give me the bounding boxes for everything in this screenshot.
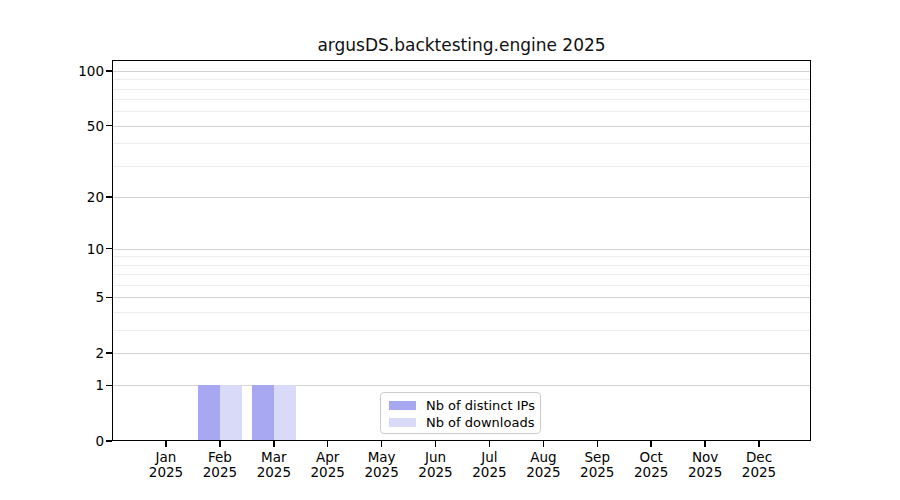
x-axis-tick-may [381,441,382,447]
gridline-minor-30 [113,166,810,167]
y-axis-tick-2 [106,352,112,353]
gridline-50 [113,126,810,127]
bar-downloads-feb [220,385,242,440]
x-axis-tick-mar [273,441,274,447]
y-axis-tick-5 [106,297,112,298]
legend-swatch-distinct-ips [389,401,416,410]
x-axis-tick-apr [327,441,328,447]
y-axis-tick-label-20: 20 [22,189,104,205]
gridline-minor-8 [113,265,810,266]
legend-item-distinct-ips: Nb of distinct IPs [389,397,540,414]
x-axis-tick-nov [704,441,705,447]
x-axis-tick-jan [165,441,166,447]
y-axis-tick-1 [106,385,112,386]
year-label: 2025 [727,465,791,480]
gridline-100 [113,71,810,72]
y-axis-tick-label-1: 1 [22,377,104,393]
y-axis-tick-0 [106,440,112,441]
chart-title: argusDS.backtesting.engine 2025 [112,35,811,55]
bar-distinct-ips-feb [198,385,220,440]
legend: Nb of distinct IPs Nb of downloads [380,392,541,434]
legend-item-downloads: Nb of downloads [389,414,540,431]
gridline-20 [113,197,810,198]
y-axis-tick-label-10: 10 [22,241,104,257]
gridline-2 [113,353,810,354]
plot-area: Nb of distinct IPs Nb of downloads [112,60,811,441]
y-axis-tick-50 [106,125,112,126]
legend-swatch-downloads [389,418,416,427]
y-axis-tick-20 [106,196,112,197]
gridline-minor-40 [113,143,810,144]
x-axis-label-dec: Dec2025 [727,450,791,480]
y-axis-tick-label-100: 100 [22,63,104,79]
x-axis-tick-sep [597,441,598,447]
y-axis-tick-label-2: 2 [22,345,104,361]
y-axis-tick-label-5: 5 [22,289,104,305]
gridline-5 [113,297,810,298]
gridline-minor-70 [113,99,810,100]
y-axis-tick-10 [106,248,112,249]
gridline-minor-90 [113,79,810,80]
month-label: Dec [727,450,791,465]
x-axis-tick-jun [435,441,436,447]
y-axis-tick-label-0: 0 [22,433,104,449]
bar-distinct-ips-mar [252,385,274,440]
y-axis-tick-label-50: 50 [22,118,104,134]
gridline-minor-3 [113,330,810,331]
download-stats-chart: argusDS.backtesting.engine 2025 Nb of di… [0,0,900,500]
x-axis-tick-aug [543,441,544,447]
gridline-minor-80 [113,89,810,90]
x-axis-tick-jul [489,441,490,447]
legend-label-downloads: Nb of downloads [426,415,534,430]
gridline-minor-7 [113,274,810,275]
x-axis-tick-dec [758,441,759,447]
gridline-minor-60 [113,111,810,112]
x-axis-tick-feb [219,441,220,447]
bar-downloads-mar [274,385,296,440]
gridline-minor-9 [113,256,810,257]
gridline-10 [113,249,810,250]
gridline-minor-4 [113,312,810,313]
gridline-minor-6 [113,285,810,286]
x-axis-tick-oct [650,441,651,447]
legend-label-distinct-ips: Nb of distinct IPs [426,398,535,413]
y-axis-tick-100 [106,70,112,71]
